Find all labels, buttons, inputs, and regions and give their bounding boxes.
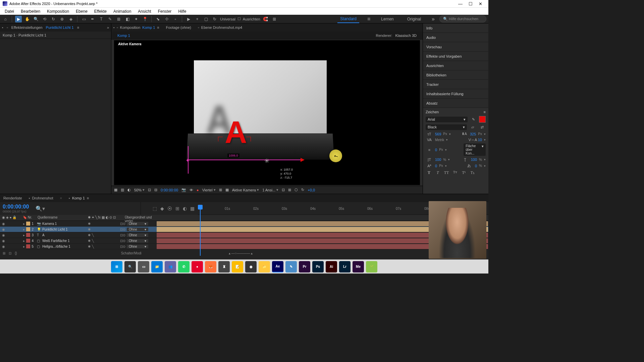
workspace-original[interactable]: Original [405,15,424,23]
snap-magnet-icon[interactable]: 🧲 [262,16,269,22]
roto-tool[interactable]: ✦ [133,16,140,22]
quality-icon[interactable]: ╲ [92,245,94,248]
obs-icon[interactable]: ◉ [245,261,257,273]
shy-icon[interactable]: ⦿ [167,206,172,211]
quality-icon[interactable]: ╲ [92,239,94,243]
baseline-value[interactable]: 0 [435,164,437,168]
font-family-dropdown[interactable]: Arial▾ [426,117,468,122]
layer-name[interactable]: Kamera 1 [42,222,57,226]
teams-icon[interactable]: 👥 [165,261,176,273]
unified-camera-tool[interactable]: ⊕ [59,16,65,22]
puppet-tool[interactable]: 📍 [142,16,148,22]
tracking-value[interactable]: 10 [478,138,482,142]
zeichen-title[interactable]: Zeichen [426,110,439,114]
parent-pick-icon[interactable]: ⊙ [123,245,125,248]
snap-grid-icon[interactable]: ⊞ [271,16,278,22]
app-grey-icon[interactable]: ♜ [218,261,230,273]
tab-overflow-icon[interactable]: » [107,25,109,29]
app-green-icon[interactable]: 🌱 [366,261,377,273]
motion-blur-icon[interactable]: ◐ [183,206,187,211]
tab-komp1[interactable]: Komp 1 [72,196,85,200]
effect-tab-label[interactable]: Effekteinstellungen [11,25,43,29]
fill-color-swatch[interactable] [479,116,486,123]
collapse-icon[interactable]: ✱ [88,222,91,226]
layer-color-swatch[interactable] [26,222,30,226]
pen-tool[interactable]: ✒ [89,16,96,22]
renderer-value[interactable]: Klassisch 3D [395,34,417,38]
allcaps-button[interactable]: TT [443,170,450,176]
workspace-menu-icon[interactable]: ≡ [367,16,370,22]
menu-ansicht[interactable]: Ansicht [135,8,154,14]
clone-tool[interactable]: ⊞ [115,16,122,22]
zoom-tool[interactable]: 🔍 [33,16,39,22]
parent-dropdown[interactable]: Ohne▾ [127,233,148,237]
smallcaps-button[interactable]: Tᴛ [452,170,459,176]
collapse-icon[interactable]: ✱ [88,239,91,243]
pan-behind-tool[interactable]: ◈ [67,16,74,22]
firefox-icon[interactable]: 🦊 [205,261,216,273]
3d-layer-icon[interactable]: ⊡ [120,233,123,237]
close-button[interactable]: ✕ [479,1,482,6]
layer-color-swatch[interactable] [26,233,30,237]
font-size-value[interactable]: 569 [435,132,441,136]
toggle-switches-icon[interactable]: ⊞ [3,251,5,255]
eraser-tool[interactable]: ◧ [124,16,131,22]
menu-datei[interactable]: Datei [2,8,17,14]
3d-overlay-icon[interactable]: ⬡ [294,188,298,192]
lightroom-icon[interactable]: Lr [339,261,351,273]
workspace-standard[interactable]: Standard [337,15,359,23]
parent-pick-icon[interactable]: ⊙ [123,239,125,243]
workspace-overflow-icon[interactable]: » [432,16,435,22]
after-effects-icon[interactable]: Ae [272,261,283,273]
panel-content-aware[interactable]: Inhaltsbasierte Füllung [423,89,488,99]
toggle-brackets-icon[interactable]: {} [15,251,17,255]
comp-flowchart-icon[interactable]: ⬚ [153,206,157,211]
parent-dropdown[interactable]: Ohne▾ [127,245,148,248]
panel-effekte-vorgaben[interactable]: Effekte und Vorgaben [423,52,488,61]
light-marker-icon[interactable]: ✳ [264,157,269,165]
search-app-icon[interactable]: 🔍 [124,261,136,273]
search-layers-icon[interactable]: 🔍▾ [36,205,45,212]
stroke-width-value[interactable]: 0 [435,148,437,152]
layer-row[interactable]: ▸1📷Kamera 1✱⊡⊙Ohne▾ [0,221,488,227]
x-axis-gizmo[interactable] [187,160,301,160]
collapse-icon[interactable]: ✱ [88,228,91,231]
world-axis-icon[interactable]: ☩ [163,16,170,22]
home-icon[interactable]: ⌂ [2,16,9,22]
layer-name[interactable]: Punktlicht Licht 1 [42,228,68,231]
taskview-icon[interactable]: ▭ [138,261,149,273]
show-snapshot-icon[interactable]: 👁 [190,188,193,192]
panel-absatz[interactable]: Absatz [423,99,488,108]
minimize-button[interactable]: — [458,1,463,6]
menu-fenster[interactable]: Fenster [155,8,174,14]
comp-tab-menu-icon[interactable]: ≡ [157,25,159,29]
comp-tab-label[interactable]: Komposition [120,25,141,29]
swap-color-icon[interactable]: ⇄ [478,125,486,129]
app-blue-icon[interactable]: ✎ [285,261,297,273]
channels-icon[interactable]: ● [197,188,199,192]
3d-layer-icon[interactable]: ⊡ [120,222,123,226]
menu-ebene[interactable]: Ebene [73,8,90,14]
hscale-value[interactable]: 100 [471,158,477,162]
roi-icon[interactable]: ⊡ [148,188,151,192]
letter-a[interactable]: A [225,115,247,150]
tsume-value[interactable]: 0 [475,164,477,168]
parent-dropdown[interactable]: Ohne▾ [127,228,148,231]
layer-name[interactable]: Hellgra...rbfläche 1 [42,245,70,248]
snap-plus-icon[interactable]: + [194,16,201,22]
menu-hilfe[interactable]: Hilfe [175,8,189,14]
leading-value[interactable]: 325 [470,132,476,136]
resolution-dropdown[interactable]: Viertel [202,188,213,192]
panel-vorschau[interactable]: Vorschau [423,42,488,52]
type-tool[interactable]: T [98,16,105,22]
rotate-tool[interactable]: ↻ [50,16,57,22]
footage-tab[interactable]: Footage (ohne) [166,25,191,29]
panel-info[interactable]: Info [423,23,488,33]
menu-animation[interactable]: Animation [111,8,134,14]
layer-row[interactable]: ▸2💡Punktlicht Licht 1✱⊡⊙Ohne▾ [0,227,488,232]
origin-marker-icon[interactable]: ✦ [185,157,191,163]
collapse-icon[interactable]: ✱ [88,245,91,248]
tab-menu-icon[interactable]: ≡ [77,25,79,29]
orbit-tool[interactable]: ⟲ [41,16,48,22]
font-style-dropdown[interactable]: Black▾ [426,124,467,130]
